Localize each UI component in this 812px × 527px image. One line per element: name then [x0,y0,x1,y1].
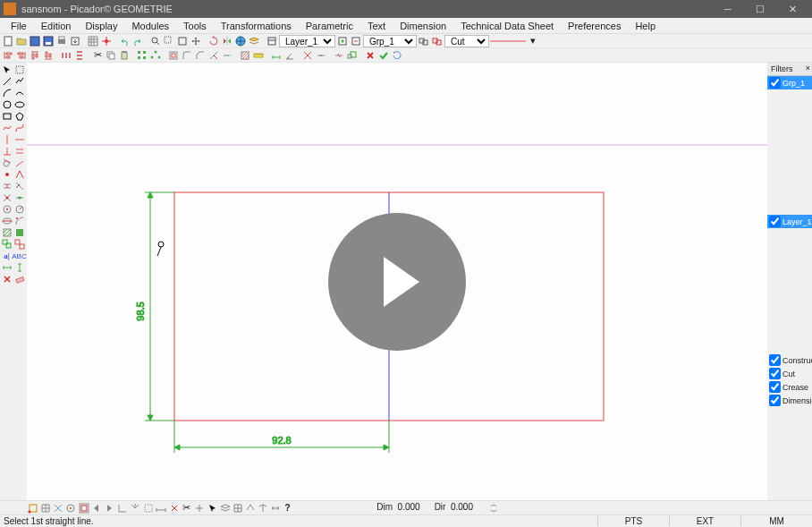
scale-icon[interactable] [346,49,359,62]
circle-icon[interactable] [1,99,13,110]
trim-line-icon[interactable] [13,181,25,191]
dim-v-icon[interactable] [13,262,25,273]
menu-help[interactable]: Help [628,19,663,33]
arc-center-icon[interactable] [13,216,25,226]
filter-group-checkbox[interactable] [769,77,781,89]
measure-icon[interactable] [252,49,265,62]
grid2-icon[interactable] [232,502,243,514]
linetype-crease-row[interactable]: Crease [767,380,812,394]
linetype-cut-row[interactable]: Cut [767,367,812,380]
dim-c-icon[interactable] [269,502,281,514]
break-icon[interactable] [333,49,345,62]
distribute-v-icon[interactable] [73,49,86,62]
grid-toggle-icon[interactable] [87,35,99,47]
eraser-icon[interactable] [13,274,25,285]
view-fit-icon[interactable] [78,502,89,514]
layers-icon[interactable] [248,35,260,47]
layer-del-icon[interactable] [350,35,362,47]
align-right-icon[interactable] [15,49,28,62]
linetype-dimension-row[interactable]: Dimension [767,394,812,407]
offset-line-icon[interactable] [1,181,13,191]
layer-add-icon[interactable] [336,35,349,47]
filter-layer-checkbox[interactable] [769,216,781,227]
linetype-dimension-checkbox[interactable] [769,395,781,406]
ortho-icon[interactable] [116,502,128,514]
zoom-window-icon[interactable] [163,35,175,47]
hatch-tool-icon[interactable] [1,227,13,238]
polygon-icon[interactable] [13,111,25,122]
erase2-icon[interactable] [168,502,180,514]
trim2-icon[interactable]: ✂ [181,502,192,514]
dim-h-icon[interactable] [1,262,13,273]
ellipse-icon[interactable] [13,99,25,110]
layer-dropdown[interactable]: Layer_1 [279,35,335,47]
status-ext[interactable]: EXT [669,516,740,526]
menu-tools[interactable]: Tools [176,19,214,33]
menu-file[interactable]: File [4,19,34,33]
rectangle-icon[interactable] [1,111,13,122]
dimension-angle-icon[interactable] [283,49,296,62]
linetype-preview[interactable] [490,35,526,47]
midpoint-icon[interactable] [13,192,25,203]
select-icon[interactable] [1,64,13,75]
check-icon[interactable] [377,49,390,62]
region-icon[interactable] [142,502,154,514]
properties-icon[interactable] [266,35,278,47]
snap-icon[interactable] [100,35,113,47]
menu-parametric[interactable]: Parametric [299,19,360,33]
polar-snap-icon[interactable] [129,502,140,514]
hatch-icon[interactable] [239,49,251,62]
linetype-more-icon[interactable]: ▾ [527,35,539,47]
snap-grid-icon[interactable] [39,502,51,514]
construction-v-icon[interactable] [1,134,13,145]
maximize-button[interactable]: ☐ [744,0,776,18]
angle-line-icon[interactable] [13,157,25,168]
menu-display[interactable]: Display [78,19,124,33]
polyline-icon[interactable] [13,76,25,87]
snap-center-icon[interactable] [64,502,76,514]
distribute-h-icon[interactable] [60,49,72,62]
paste-icon[interactable] [118,49,131,62]
snap-endpoint-icon[interactable] [27,502,38,514]
align-bottom-icon[interactable] [42,49,55,62]
select2-icon[interactable] [207,502,218,514]
snap-intersection-icon[interactable] [52,502,63,514]
minimize-button[interactable]: ─ [712,0,744,18]
align-left-icon[interactable] [2,49,14,62]
arc-icon[interactable] [1,88,13,98]
copy-icon[interactable] [105,49,117,62]
help-icon[interactable]: ? [282,502,293,514]
view-next-icon[interactable] [103,502,114,514]
point-icon[interactable] [1,169,13,180]
filters-close-icon[interactable]: × [806,64,810,72]
circle-center-icon[interactable] [1,204,13,215]
perpendicular-icon[interactable] [1,146,13,157]
text-icon[interactable]: a| [1,251,13,261]
linetype-construction-row[interactable]: Construction [767,353,812,367]
move2-icon[interactable] [193,502,205,514]
join-icon[interactable] [315,49,327,62]
fill-icon[interactable] [13,227,25,238]
extend-icon[interactable] [221,49,233,62]
bezier-icon[interactable] [13,123,25,133]
zoom-icon[interactable] [149,35,162,47]
align-top-icon[interactable] [29,49,41,62]
menu-technical-data-sheet[interactable]: Technical Data Sheet [453,19,561,33]
spline-icon[interactable] [1,123,13,133]
trim-icon[interactable] [207,49,220,62]
group-dropdown[interactable]: Grp_1 [363,35,417,47]
print-icon[interactable] [55,35,68,47]
play-button[interactable] [328,213,466,351]
drawing-canvas[interactable]: 98.5 92.8 [27,63,767,500]
dimension-linear-icon[interactable] [270,49,283,62]
offset-icon[interactable] [167,49,180,62]
linetype-construction-checkbox[interactable] [769,354,781,366]
vertex-icon[interactable] [13,169,25,180]
new-icon[interactable] [2,35,14,47]
mirror-icon[interactable] [221,35,233,47]
menu-transformations[interactable]: Transformations [214,19,299,33]
rotate-icon[interactable] [207,35,220,47]
array-polar-icon[interactable] [149,49,162,62]
explode-icon[interactable] [301,49,314,62]
status-mm[interactable]: MM [740,516,812,526]
